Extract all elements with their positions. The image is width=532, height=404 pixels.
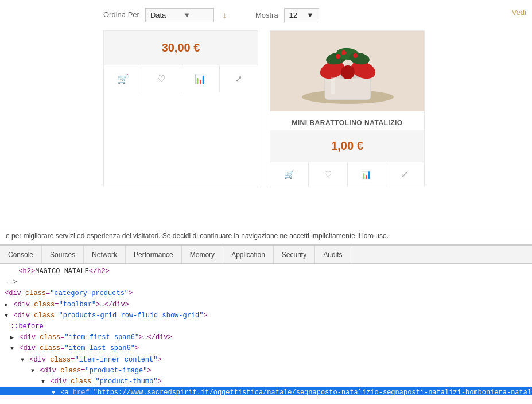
cookie-text: e per migliorare servizi ed esperienza d…: [6, 232, 389, 240]
product-card-2: MINI BARATTOLINO NATALIZIO 1,00 € 🛒 ♡ 📊 …: [270, 30, 425, 187]
cookie-bar: e per migliorare servizi ed esperienza d…: [0, 227, 532, 244]
show-value: 12: [289, 11, 297, 20]
svg-point-10: [336, 54, 340, 59]
compare-btn-2[interactable]: 📊: [348, 162, 386, 187]
show-dropdown-arrow: ▼: [306, 11, 314, 20]
code-line-6: ::before: [0, 321, 532, 332]
code-line-2: -->: [0, 277, 532, 288]
sort-label: Ordina Per: [103, 10, 139, 20]
svg-rect-13: [331, 77, 335, 94]
sort-bar: Ordina Per Data ▼ ↓ Mostra 12 ▼ Vedi: [0, 0, 532, 30]
product-image-2: [270, 31, 425, 111]
show-label: Mostra: [255, 11, 278, 20]
wishlist-btn-2[interactable]: ♡: [309, 162, 347, 187]
product-actions-2: 🛒 ♡ 📊 ⤢: [270, 162, 424, 187]
tab-console[interactable]: Console: [0, 246, 42, 263]
product-price-area-1: 30,00 €: [104, 31, 258, 65]
tab-audits[interactable]: Audits: [315, 246, 351, 263]
product-actions-1: 🛒 ♡ 📊 ⤢: [104, 65, 258, 92]
code-line-1: <h2>MAGICO NATALE</h2>: [0, 266, 532, 277]
tab-performance[interactable]: Performance: [126, 246, 182, 263]
code-line-3: <div class="category-products">: [0, 288, 532, 299]
tab-security[interactable]: Security: [274, 246, 315, 263]
code-line-10: ▼ <div class="product-image">: [0, 366, 532, 376]
code-line-12[interactable]: ▼ <a href="https://www.sacredspirit.it/o…: [0, 387, 532, 395]
svg-point-6: [341, 65, 355, 79]
code-line-8: ▼ <div class="item last span6">: [0, 343, 532, 354]
product-price-area-2: 1,00 €: [270, 130, 424, 162]
sort-select[interactable]: Data ▼: [145, 8, 214, 22]
compare-btn-1[interactable]: 📊: [181, 65, 220, 92]
svg-point-12: [353, 53, 358, 58]
product-card-1: 30,00 € 🛒 ♡ 📊 ⤢: [103, 30, 258, 187]
sort-direction-arrow: ↓: [222, 10, 227, 21]
expand-btn-1[interactable]: ⤢: [220, 65, 258, 92]
devtools-panel: Console Sources Network Performance Memo…: [0, 244, 532, 395]
svg-point-11: [341, 50, 346, 55]
product-price-2: 1,00 €: [331, 139, 363, 152]
devtools-code-panel[interactable]: <h2>MAGICO NATALE</h2> --> <div class="c…: [0, 264, 532, 395]
code-line-5: ▼ <div class="products-grid row-fluid sh…: [0, 310, 532, 321]
devtools-tabs: Console Sources Network Performance Memo…: [0, 246, 532, 264]
expand-btn-2[interactable]: ⤢: [386, 162, 424, 187]
tab-sources[interactable]: Sources: [42, 246, 84, 263]
code-line-7: ▶ <div class="item first span6">…</div>: [0, 332, 532, 343]
product-name-2: MINI BARATTOLINO NATALIZIO: [270, 113, 424, 130]
product-price-1: 30,00 €: [162, 41, 200, 54]
sort-dropdown-arrow: ▼: [183, 11, 191, 20]
tab-memory[interactable]: Memory: [182, 246, 223, 263]
wishlist-btn-1[interactable]: ♡: [142, 65, 181, 92]
tab-application[interactable]: Application: [223, 246, 274, 263]
code-line-11: ▼ <div class="product-thumb">: [0, 376, 532, 387]
code-line-9: ▼ <div class="item-inner content">: [0, 355, 532, 366]
products-area: 30,00 € 🛒 ♡ 📊 ⤢: [0, 30, 532, 187]
add-to-cart-btn-2[interactable]: 🛒: [270, 162, 309, 187]
add-to-cart-btn-1[interactable]: 🛒: [104, 65, 142, 92]
sort-value: Data: [150, 11, 166, 20]
page-area: Ordina Per Data ▼ ↓ Mostra 12 ▼ Vedi 30,…: [0, 0, 532, 227]
tab-network[interactable]: Network: [84, 246, 126, 263]
vedi-link[interactable]: Vedi: [512, 8, 526, 17]
code-line-4: ▶ <div class="toolbar">…</div>: [0, 300, 532, 310]
show-select[interactable]: 12 ▼: [284, 8, 319, 22]
